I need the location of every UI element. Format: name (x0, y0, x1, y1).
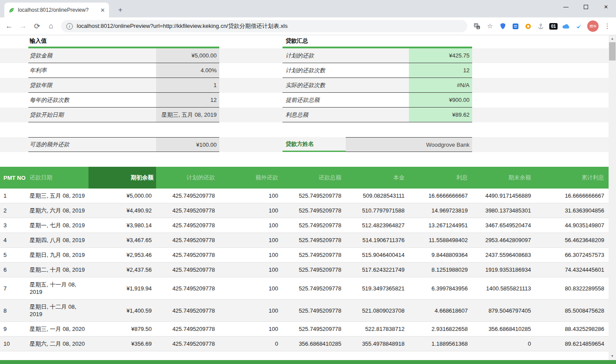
tab-close-icon[interactable]: ✕ (100, 7, 105, 13)
schedule-cell: ¥356.69 (88, 337, 156, 351)
summary-label: 计划的还款 (282, 48, 409, 63)
cloud-extension-icon[interactable] (560, 20, 572, 33)
schedule-cell: 16.6666666667 (409, 189, 472, 203)
schedule-cell: 3980.1373485301 (472, 203, 535, 218)
svg-text:a: a (477, 26, 479, 29)
schedule-cell: 100 (219, 322, 282, 337)
schedule-cell: ¥2,953.46 (88, 248, 156, 263)
maximize-button[interactable] (576, 0, 596, 13)
gray-extension-icon[interactable] (535, 20, 547, 33)
translate-icon[interactable]: Aa (471, 20, 483, 33)
schedule-cell: 8.1251988029 (409, 263, 472, 277)
schedule-cell: 525.7495209778 (282, 189, 346, 203)
schedule-cell: 9.8448809364 (409, 248, 472, 263)
summary-value: ¥89.62 (409, 108, 472, 122)
sheet-row: 年利率 4.00% 计划的还款次数 12 (0, 63, 609, 78)
home-button[interactable]: ⌂ (44, 20, 58, 33)
schedule-cell: 9 (0, 322, 28, 337)
schedule-cell: 100 (219, 218, 282, 233)
schedule-cell: 星期三, 五月 08, 2019 (28, 189, 88, 203)
tab-strip: localhost:8012/onlinePreview? ✕ + — ✕ (0, 0, 616, 17)
schedule-cell: 16.6666666667 (535, 189, 609, 203)
lender-name-label: 贷款方姓名 (282, 137, 346, 152)
schedule-cell: 425.7495209778 (156, 189, 219, 203)
schedule-row: 10星期六, 二月 08, 2020¥356.69425.74952097780… (0, 337, 609, 351)
header-ending-balance: 期末余额 (472, 167, 535, 189)
schedule-cell: 355.4978848918 (346, 337, 409, 351)
header-interest: 利息 (409, 167, 472, 189)
schedule-cell: 100 (219, 300, 282, 322)
header-total-payment: 还款总额 (282, 167, 346, 189)
omnibox[interactable]: i localhost:8012/onlinePreview?url=http:… (61, 20, 467, 32)
schedule-cell: 8 (0, 300, 28, 322)
schedule-cell: 星期一, 七月 08, 2019 (28, 218, 88, 233)
schedule-cell: 356.6868410285 (472, 322, 535, 337)
schedule-cell: 519.3497365821 (346, 277, 409, 300)
forward-button[interactable]: → (17, 20, 30, 33)
back-button[interactable]: ← (3, 20, 16, 33)
orange-extension-icon[interactable] (522, 20, 534, 33)
profile-avatar[interactable]: 精华 (587, 20, 599, 32)
badge-01-extension-icon[interactable]: 01 (548, 20, 559, 33)
schedule-row: 6星期二, 十月 08, 2019¥2,437.56425.7495209778… (0, 263, 609, 277)
page-info-icon[interactable]: i (66, 23, 73, 30)
shield-extension-icon[interactable] (497, 20, 509, 33)
schedule-cell: 6.3997843956 (409, 277, 472, 300)
sheet-row: 可选的额外还款 ¥100.00 贷款方姓名 Woodgrove Bank (0, 137, 609, 152)
scrollbar-up-arrow-icon[interactable]: ▲ (609, 35, 616, 42)
schedule-cell: 10 (0, 337, 28, 351)
close-button[interactable]: ✕ (596, 0, 616, 13)
input-label: 贷款年限 (28, 78, 156, 93)
schedule-cell: ¥2,437.56 (88, 263, 156, 277)
translator-extension-icon[interactable] (510, 20, 521, 33)
url-text[interactable]: localhost:8012/onlinePreview?url=http://… (77, 22, 288, 30)
new-tab-button[interactable]: + (115, 5, 126, 15)
schedule-cell: 74.4324445601 (535, 263, 609, 277)
browser-menu-icon[interactable]: ⋮ (601, 20, 613, 33)
schedule-cell: 100 (219, 248, 282, 263)
scrollbar[interactable]: ▲ ▼ (609, 35, 616, 360)
refresh-button[interactable]: ⟳ (31, 20, 44, 33)
schedule-cell: 31.6363904856 (535, 203, 609, 218)
schedule-cell: 425.7495209778 (156, 300, 219, 322)
schedule-cell: 100 (219, 233, 282, 248)
schedule-cell: 7 (0, 277, 28, 300)
schedule-cell: 6 (0, 263, 28, 277)
schedule-row: 9星期三, 一月 08, 2020¥879.50425.749520977810… (0, 322, 609, 337)
schedule-cell: 2953.4642809097 (472, 233, 535, 248)
scrollbar-thumb[interactable] (609, 42, 616, 61)
schedule-cell: 879.5046797405 (472, 300, 535, 322)
schedule-cell: 星期三, 一月 08, 2020 (28, 322, 88, 337)
browser-tab[interactable]: localhost:8012/onlinePreview? ✕ (4, 3, 109, 17)
browser-toolbar: ← → ⟳ ⌂ i localhost:8012/onlinePreview?u… (0, 17, 616, 35)
schedule-cell: 1 (0, 189, 28, 203)
spreadsheet-preview: 输入值 贷款汇总 贷款金额 ¥5,000.00 计划的还款 ¥425.75 年利… (0, 35, 609, 360)
bookmark-star-icon[interactable]: ☆ (484, 20, 496, 33)
schedule-cell: 514.1906711376 (346, 233, 409, 248)
schedule-cell: 44.9035149807 (535, 218, 609, 233)
header-cumulative-interest: 累计利息 (535, 167, 609, 189)
blue-extension-icon[interactable] (573, 20, 585, 33)
schedule-row: 2星期六, 六月 08, 2019¥4,490.92425.7495209778… (0, 203, 609, 218)
schedule-cell: 星期六, 二月 08, 2020 (28, 337, 88, 351)
tab-favicon-leaf-icon (8, 7, 15, 13)
schedule-cell: 425.7495209778 (156, 322, 219, 337)
summary-value: ¥425.75 (409, 48, 472, 63)
tab-title: localhost:8012/onlinePreview? (18, 7, 97, 13)
schedule-cell: 356.6868410285 (282, 337, 346, 351)
scrollbar-down-arrow-icon[interactable]: ▼ (609, 353, 616, 359)
input-label: 贷款开始日期 (28, 108, 156, 122)
input-section-title: 输入值 (28, 35, 219, 48)
schedule-cell: 1400.5855821113 (472, 277, 535, 300)
minimize-button[interactable]: — (556, 0, 576, 13)
schedule-cell: 13.2671244951 (409, 218, 472, 233)
schedule-cell: 11.5588498402 (409, 233, 472, 248)
schedule-cell: ¥3,467.65 (88, 233, 156, 248)
schedule-cell: 星期日, 九月 08, 2019 (28, 248, 88, 263)
schedule-cell: 100 (219, 203, 282, 218)
input-value: 12 (156, 93, 219, 108)
schedule-cell: 2437.5596408683 (472, 248, 535, 263)
schedule-row: 3星期一, 七月 08, 2019¥3,980.14425.7495209778… (0, 218, 609, 233)
schedule-cell: 525.7495209778 (282, 322, 346, 337)
schedule-cell: 100 (219, 277, 282, 300)
